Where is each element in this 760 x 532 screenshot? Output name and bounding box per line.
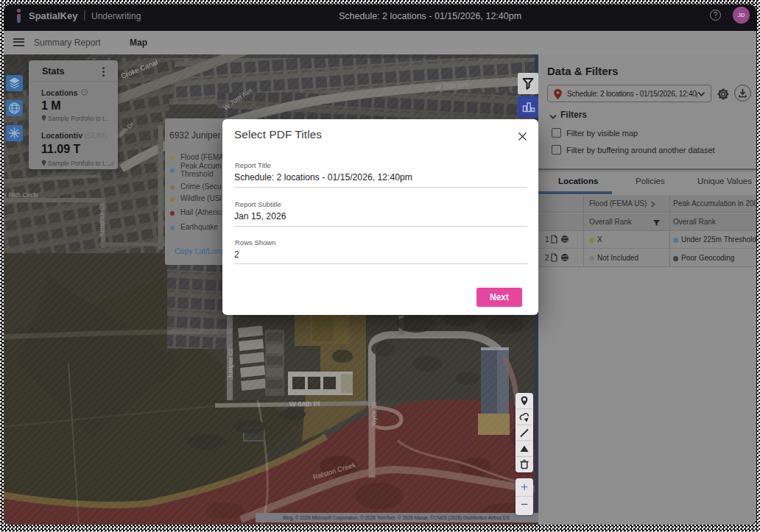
svg-text:Kendrick Ct: Kendrick Ct bbox=[98, 203, 105, 236]
svg-text:Joyce St: Joyce St bbox=[370, 402, 378, 428]
svg-text:Juniper Ct: Juniper Ct bbox=[227, 348, 234, 379]
svg-text:W 68th Pl: W 68th Pl bbox=[289, 400, 320, 408]
svg-text:W 69th Circle: W 69th Circle bbox=[4, 191, 38, 199]
